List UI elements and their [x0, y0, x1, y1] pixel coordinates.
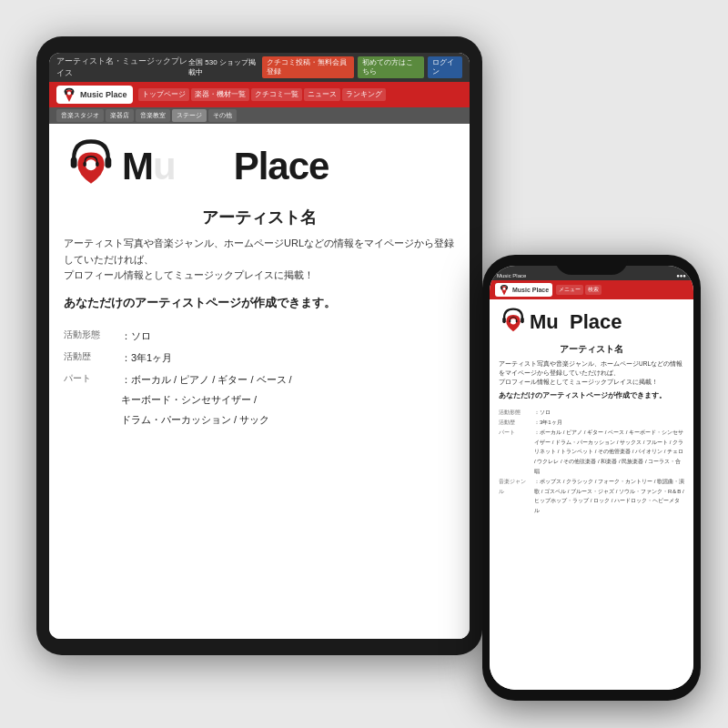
- subnav-stage[interactable]: ステージ: [172, 109, 207, 122]
- svg-point-7: [86, 159, 96, 170]
- phone-logo-icon: [499, 284, 510, 296]
- phone-info-row-history: 活動歴 ：3年1ヶ月: [499, 418, 684, 428]
- phone-info-value-genre: ：ポップス / クラシック / フォーク・カントリー / 歌謡曲・演歌 / ゴス…: [534, 477, 684, 516]
- phone-info-table: 活動形態 ：ソロ 活動歴 ：3年1ヶ月 パート ：ボーカル / ピアノ / ギタ…: [499, 408, 684, 516]
- nav-instruments[interactable]: 楽器・機材一覧: [191, 88, 249, 101]
- info-label-part: パート: [64, 369, 114, 430]
- phone-info-value-part: ：ボーカル / ピアノ / ギター / ベース / キーボード・シンセサイザー …: [534, 428, 684, 477]
- hero-pin-logo: [64, 136, 118, 196]
- artist-page-text: あなただけのアーティストページが作成できます。: [64, 295, 455, 311]
- phone-hero: Mu Place: [499, 307, 684, 338]
- first-time-button[interactable]: 初めての方はこちら: [358, 56, 424, 78]
- svg-rect-15: [502, 318, 506, 323]
- tablet-nav-logo-text: Music Place: [80, 90, 127, 99]
- tablet-content: Mu Place アーティスト名 アーティスト写真や音楽ジャンル、ホームページU…: [49, 124, 470, 639]
- info-value-activity: ：ソロ: [121, 326, 151, 346]
- subnav-lesson[interactable]: 音楽教室: [136, 109, 170, 122]
- hero-title: Mu Place: [122, 145, 329, 188]
- tablet-subnav: 音楽スタジオ 楽器店 音楽教室 ステージ その他: [49, 107, 470, 124]
- tablet-shop-count: 全国 530 ショップ掲載中: [188, 57, 261, 77]
- svg-point-11: [503, 288, 506, 290]
- info-table: 活動形態 ：ソロ 活動歴 ：3年1ヶ月 パート ：ボーカル / ピアノ / ギタ…: [64, 326, 455, 430]
- svg-rect-16: [521, 318, 524, 323]
- svg-rect-18: [509, 320, 511, 323]
- subnav-studio[interactable]: 音楽スタジオ: [56, 109, 104, 122]
- phone-info-row-activity: 活動形態 ：ソロ: [499, 408, 684, 418]
- subnav-shop[interactable]: 楽器店: [106, 109, 134, 122]
- tablet-nav-links: トップページ 楽器・機材一覧 クチコミ一覧 ニュース ランキング: [138, 88, 386, 101]
- tablet-nav-logo[interactable]: Music Place: [56, 86, 133, 104]
- info-value-history: ：3年1ヶ月: [121, 348, 172, 368]
- svg-marker-2: [66, 96, 72, 102]
- hero-logo-area: Mu Place: [64, 133, 455, 199]
- info-row-history: 活動歴 ：3年1ヶ月: [64, 348, 455, 368]
- section-desc: アーティスト写真や音楽ジャンル、ホームページURLなどの情報をマイページから登録…: [64, 236, 455, 284]
- phone-notch: [555, 255, 628, 275]
- phone-info-value-activity: ：ソロ: [534, 408, 551, 418]
- phone-logo-text: Music Place: [512, 287, 549, 293]
- phone-screen: Music Place ●●● Music Place: [490, 266, 693, 690]
- phone-url: Music Place: [497, 273, 526, 278]
- tablet-screen: アーティスト名・ミュージックプレイス 全国 530 ショップ掲載中 クチコミ投稿…: [49, 53, 470, 639]
- svg-marker-12: [502, 291, 507, 296]
- svg-point-17: [511, 318, 516, 324]
- info-label-history: 活動歴: [64, 348, 114, 368]
- phone-section-title: アーティスト名: [499, 343, 684, 356]
- phone-info-row-genre: 音楽ジャンル ：ポップス / クラシック / フォーク・カントリー / 歌謡曲・…: [499, 477, 684, 516]
- nav-ranking[interactable]: ランキング: [342, 88, 386, 101]
- phone-nav-search[interactable]: 検索: [585, 285, 602, 295]
- tablet-url-bar: アーティスト名・ミュージックプレイス: [56, 56, 188, 79]
- phone-info-label-activity: 活動形態: [499, 408, 531, 418]
- phone-info-value-history: ：3年1ヶ月: [534, 418, 562, 428]
- nav-reviews[interactable]: クチコミ一覧: [251, 88, 302, 101]
- section-title: アーティスト名: [64, 207, 455, 228]
- svg-rect-9: [96, 162, 98, 167]
- svg-rect-8: [83, 162, 86, 167]
- tablet-action-buttons: クチコミ投稿・無料会員登録 初めての方はこちら ログイン: [262, 56, 462, 78]
- nav-top[interactable]: トップページ: [138, 88, 189, 101]
- phone-device: Music Place ●●● Music Place: [482, 255, 701, 701]
- subnav-other[interactable]: その他: [208, 109, 237, 122]
- phone-nav: Music Place メニュー 検索: [490, 280, 693, 299]
- tablet-device: アーティスト名・ミュージックプレイス 全国 530 ショップ掲載中 クチコミ投稿…: [36, 36, 482, 655]
- info-value-part: ：ボーカル / ピアノ / ギター / ベース / キーボード・シンセサイザー …: [121, 369, 292, 430]
- tablet-nav: Music Place トップページ 楽器・機材一覧 クチコミ一覧 ニュース ラ…: [49, 82, 470, 107]
- phone-info-label-genre: 音楽ジャンル: [499, 477, 531, 516]
- nav-news[interactable]: ニュース: [304, 88, 340, 101]
- phone-info-label-part: パート: [499, 428, 531, 477]
- svg-rect-5: [71, 157, 77, 168]
- tablet-logo-icon: [62, 87, 76, 102]
- svg-rect-19: [516, 320, 518, 323]
- phone-status: ●●●: [676, 273, 686, 278]
- phone-content: Mu Place アーティスト名 アーティスト写真や音楽ジャンル、ホームページU…: [490, 299, 693, 690]
- phone-pin-logo: [499, 307, 528, 338]
- phone-nav-links: メニュー 検索: [556, 285, 602, 295]
- info-label-activity: 活動形態: [64, 326, 114, 346]
- phone-logo[interactable]: Music Place: [495, 283, 552, 297]
- scene: アーティスト名・ミュージックプレイス 全国 530 ショップ掲載中 クチコミ投稿…: [9, 18, 719, 710]
- svg-rect-6: [105, 157, 111, 168]
- phone-info-label-history: 活動歴: [499, 418, 531, 428]
- phone-nav-menu[interactable]: メニュー: [556, 285, 583, 295]
- info-row-part: パート ：ボーカル / ピアノ / ギター / ベース / キーボード・シンセサ…: [64, 369, 455, 430]
- review-register-button[interactable]: クチコミ投稿・無料会員登録: [262, 56, 354, 78]
- tablet-topbar: アーティスト名・ミュージックプレイス 全国 530 ショップ掲載中 クチコミ投稿…: [49, 53, 470, 82]
- phone-desc: アーティスト写真や音楽ジャンル、ホームページURLなどの情報をマイページから登録…: [499, 359, 684, 386]
- phone-hero-title: Mu Place: [530, 310, 622, 334]
- svg-point-1: [67, 91, 71, 95]
- phone-info-row-part: パート ：ボーカル / ピアノ / ギター / ベース / キーボード・シンセサ…: [499, 428, 684, 477]
- phone-artist-text: あなただけのアーティストページが作成できます。: [499, 391, 684, 400]
- info-row-activity: 活動形態 ：ソロ: [64, 326, 455, 346]
- login-button[interactable]: ログイン: [428, 56, 462, 78]
